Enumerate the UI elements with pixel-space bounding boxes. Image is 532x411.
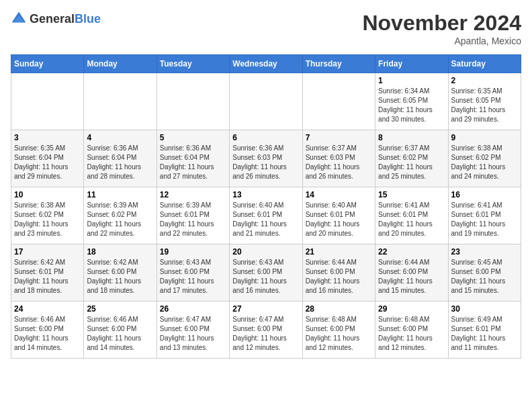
day-number: 7: [306, 133, 372, 142]
calendar-cell: 8Sunrise: 6:37 AM Sunset: 6:02 PM Daylig…: [375, 130, 448, 187]
day-info: Sunrise: 6:39 AM Sunset: 6:02 PM Dayligh…: [87, 201, 153, 238]
day-number: 25: [87, 304, 153, 314]
calendar-cell: [84, 73, 157, 130]
day-number: 5: [160, 133, 226, 142]
day-number: 6: [232, 133, 299, 142]
day-info: Sunrise: 6:44 AM Sunset: 6:00 PM Dayligh…: [306, 258, 372, 295]
weekday-header-sunday: Sunday: [11, 55, 84, 73]
calendar-cell: 30Sunrise: 6:49 AM Sunset: 6:01 PM Dayli…: [448, 302, 521, 359]
calendar-cell: 20Sunrise: 6:43 AM Sunset: 6:00 PM Dayli…: [230, 244, 302, 302]
day-info: Sunrise: 6:38 AM Sunset: 6:02 PM Dayligh…: [14, 201, 81, 238]
weekday-header-row: SundayMondayTuesdayWednesdayThursdayFrid…: [11, 55, 521, 73]
calendar-cell: 18Sunrise: 6:42 AM Sunset: 6:00 PM Dayli…: [84, 244, 157, 302]
day-info: Sunrise: 6:39 AM Sunset: 6:01 PM Dayligh…: [160, 201, 226, 238]
day-info: Sunrise: 6:49 AM Sunset: 6:01 PM Dayligh…: [451, 315, 518, 353]
day-info: Sunrise: 6:36 AM Sunset: 6:04 PM Dayligh…: [87, 144, 153, 181]
calendar-cell: 27Sunrise: 6:47 AM Sunset: 6:00 PM Dayli…: [230, 302, 302, 359]
day-number: 10: [14, 190, 81, 199]
day-number: 20: [232, 247, 299, 257]
day-info: Sunrise: 6:36 AM Sunset: 6:03 PM Dayligh…: [232, 144, 299, 181]
calendar-cell: 12Sunrise: 6:39 AM Sunset: 6:01 PM Dayli…: [157, 187, 229, 244]
calendar-cell: 15Sunrise: 6:41 AM Sunset: 6:01 PM Dayli…: [375, 187, 448, 244]
day-number: 29: [378, 304, 445, 314]
logo-icon: [11, 11, 27, 27]
calendar-cell: 16Sunrise: 6:41 AM Sunset: 6:01 PM Dayli…: [448, 187, 521, 244]
calendar-cell: [11, 73, 84, 130]
month-title: November 2024: [362, 11, 521, 36]
day-info: Sunrise: 6:40 AM Sunset: 6:01 PM Dayligh…: [232, 201, 299, 238]
calendar-week-row: 3Sunrise: 6:35 AM Sunset: 6:04 PM Daylig…: [11, 130, 521, 187]
day-number: 28: [306, 304, 372, 314]
calendar-cell: [302, 73, 375, 130]
calendar-cell: [230, 73, 302, 130]
day-info: Sunrise: 6:48 AM Sunset: 6:00 PM Dayligh…: [306, 315, 372, 353]
calendar-cell: 3Sunrise: 6:35 AM Sunset: 6:04 PM Daylig…: [11, 130, 84, 187]
weekday-header-saturday: Saturday: [448, 55, 521, 73]
day-number: 23: [451, 247, 518, 257]
day-info: Sunrise: 6:44 AM Sunset: 6:00 PM Dayligh…: [378, 258, 445, 295]
weekday-header-wednesday: Wednesday: [230, 55, 302, 73]
calendar-cell: 6Sunrise: 6:36 AM Sunset: 6:03 PM Daylig…: [230, 130, 302, 187]
weekday-header-monday: Monday: [84, 55, 157, 73]
day-info: Sunrise: 6:46 AM Sunset: 6:00 PM Dayligh…: [87, 315, 153, 353]
calendar-cell: 24Sunrise: 6:46 AM Sunset: 6:00 PM Dayli…: [11, 302, 84, 359]
day-number: 3: [14, 133, 81, 142]
calendar-cell: 5Sunrise: 6:36 AM Sunset: 6:04 PM Daylig…: [157, 130, 229, 187]
day-info: Sunrise: 6:41 AM Sunset: 6:01 PM Dayligh…: [451, 201, 518, 238]
calendar-cell: 28Sunrise: 6:48 AM Sunset: 6:00 PM Dayli…: [302, 302, 375, 359]
calendar-cell: 14Sunrise: 6:40 AM Sunset: 6:01 PM Dayli…: [302, 187, 375, 244]
weekday-header-friday: Friday: [375, 55, 448, 73]
day-number: 24: [14, 304, 81, 314]
day-number: 12: [160, 190, 226, 199]
day-info: Sunrise: 6:46 AM Sunset: 6:00 PM Dayligh…: [14, 315, 81, 353]
logo: GeneralBlue: [11, 11, 101, 27]
day-info: Sunrise: 6:42 AM Sunset: 6:00 PM Dayligh…: [87, 258, 153, 295]
calendar-cell: 10Sunrise: 6:38 AM Sunset: 6:02 PM Dayli…: [11, 187, 84, 244]
day-number: 8: [378, 133, 445, 142]
calendar-cell: 9Sunrise: 6:38 AM Sunset: 6:02 PM Daylig…: [448, 130, 521, 187]
day-info: Sunrise: 6:37 AM Sunset: 6:02 PM Dayligh…: [378, 144, 445, 181]
calendar-cell: 17Sunrise: 6:42 AM Sunset: 6:01 PM Dayli…: [11, 244, 84, 302]
day-info: Sunrise: 6:37 AM Sunset: 6:03 PM Dayligh…: [306, 144, 372, 181]
day-number: 18: [87, 247, 153, 257]
day-info: Sunrise: 6:35 AM Sunset: 6:04 PM Dayligh…: [14, 144, 81, 181]
day-number: 2: [451, 76, 518, 85]
calendar-cell: 13Sunrise: 6:40 AM Sunset: 6:01 PM Dayli…: [230, 187, 302, 244]
logo-text-general: General: [30, 12, 75, 26]
day-number: 26: [160, 304, 226, 314]
calendar-cell: 4Sunrise: 6:36 AM Sunset: 6:04 PM Daylig…: [84, 130, 157, 187]
calendar-week-row: 17Sunrise: 6:42 AM Sunset: 6:01 PM Dayli…: [11, 244, 521, 302]
calendar-cell: 1Sunrise: 6:34 AM Sunset: 6:05 PM Daylig…: [375, 73, 448, 130]
calendar-cell: 22Sunrise: 6:44 AM Sunset: 6:00 PM Dayli…: [375, 244, 448, 302]
day-number: 15: [378, 190, 445, 199]
day-info: Sunrise: 6:36 AM Sunset: 6:04 PM Dayligh…: [160, 144, 226, 181]
day-info: Sunrise: 6:48 AM Sunset: 6:00 PM Dayligh…: [378, 315, 445, 353]
page-header: GeneralBlue November 2024 Apantla, Mexic…: [11, 11, 521, 46]
day-info: Sunrise: 6:35 AM Sunset: 6:05 PM Dayligh…: [451, 87, 518, 124]
calendar-cell: [157, 73, 229, 130]
day-number: 16: [451, 190, 518, 199]
weekday-header-tuesday: Tuesday: [157, 55, 229, 73]
day-number: 22: [378, 247, 445, 257]
calendar-cell: 7Sunrise: 6:37 AM Sunset: 6:03 PM Daylig…: [302, 130, 375, 187]
day-number: 9: [451, 133, 518, 142]
calendar-cell: 29Sunrise: 6:48 AM Sunset: 6:00 PM Dayli…: [375, 302, 448, 359]
calendar-week-row: 10Sunrise: 6:38 AM Sunset: 6:02 PM Dayli…: [11, 187, 521, 244]
day-number: 30: [451, 304, 518, 314]
day-info: Sunrise: 6:38 AM Sunset: 6:02 PM Dayligh…: [451, 144, 518, 181]
calendar-cell: 2Sunrise: 6:35 AM Sunset: 6:05 PM Daylig…: [448, 73, 521, 130]
calendar-cell: 26Sunrise: 6:47 AM Sunset: 6:00 PM Dayli…: [157, 302, 229, 359]
calendar-cell: 23Sunrise: 6:45 AM Sunset: 6:00 PM Dayli…: [448, 244, 521, 302]
calendar-week-row: 24Sunrise: 6:46 AM Sunset: 6:00 PM Dayli…: [11, 302, 521, 359]
day-number: 17: [14, 247, 81, 257]
day-number: 21: [306, 247, 372, 257]
calendar-table: SundayMondayTuesdayWednesdayThursdayFrid…: [11, 54, 521, 359]
day-info: Sunrise: 6:42 AM Sunset: 6:01 PM Dayligh…: [14, 258, 81, 295]
day-info: Sunrise: 6:47 AM Sunset: 6:00 PM Dayligh…: [160, 315, 226, 353]
calendar-cell: 19Sunrise: 6:43 AM Sunset: 6:00 PM Dayli…: [157, 244, 229, 302]
weekday-header-thursday: Thursday: [302, 55, 375, 73]
location-title: Apantla, Mexico: [362, 36, 521, 46]
day-info: Sunrise: 6:41 AM Sunset: 6:01 PM Dayligh…: [378, 201, 445, 238]
day-info: Sunrise: 6:47 AM Sunset: 6:00 PM Dayligh…: [232, 315, 299, 353]
logo-text-blue: Blue: [75, 12, 101, 26]
